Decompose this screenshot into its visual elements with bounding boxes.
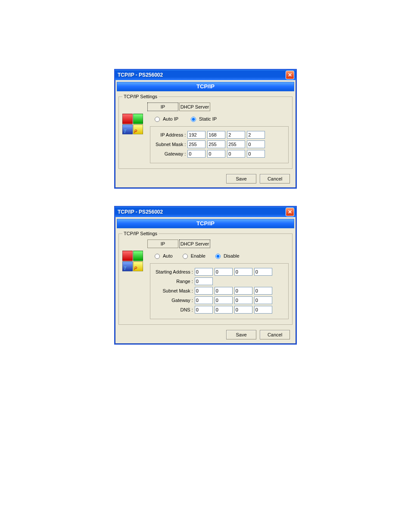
window-title: TCP/IP - PS256002 bbox=[118, 72, 163, 78]
ip-octet-4[interactable] bbox=[247, 131, 265, 139]
close-icon[interactable]: ✕ bbox=[286, 71, 294, 79]
radio-static-ip-input[interactable] bbox=[191, 117, 196, 122]
app-logo-icon: TP bbox=[122, 251, 143, 271]
tcpip-dialog-ip: TCP/IP - PS256002 ✕ TCP/IP TCP/IP Settin… bbox=[114, 69, 297, 189]
range-input[interactable] bbox=[195, 277, 213, 285]
app-logo-icon: TP bbox=[122, 114, 143, 134]
subnet2-octet-4[interactable] bbox=[254, 287, 272, 295]
tab-dhcp-server[interactable]: DHCP Server bbox=[179, 240, 210, 248]
gateway2-octet-1[interactable] bbox=[195, 296, 213, 304]
label-gateway: Gateway : bbox=[155, 296, 194, 305]
cancel-button[interactable]: Cancel bbox=[260, 174, 290, 184]
dns-octet-3[interactable] bbox=[234, 306, 252, 314]
starting-octet-1[interactable] bbox=[195, 268, 213, 276]
gateway-octet-3[interactable] bbox=[227, 150, 245, 158]
gateway2-octet-4[interactable] bbox=[254, 296, 272, 304]
group-legend: TCP/IP Settings bbox=[122, 94, 159, 99]
subnet-octet-1[interactable] bbox=[187, 140, 206, 148]
gateway-octet-2[interactable] bbox=[207, 150, 225, 158]
cancel-button[interactable]: Cancel bbox=[260, 330, 290, 339]
gateway-octet-1[interactable] bbox=[187, 150, 206, 158]
radio-disable-input[interactable] bbox=[215, 254, 221, 259]
subnet2-octet-2[interactable] bbox=[215, 287, 233, 295]
dns-octet-4[interactable] bbox=[254, 306, 272, 314]
radio-auto-ip[interactable]: Auto IP bbox=[153, 115, 178, 122]
starting-octet-3[interactable] bbox=[234, 268, 252, 276]
label-dns: DNS : bbox=[155, 305, 194, 314]
radio-enable[interactable]: Enable bbox=[181, 252, 206, 259]
label-gateway: Gateway : bbox=[155, 149, 187, 159]
label-subnet: Subnet Mask : bbox=[155, 140, 187, 149]
subnet2-octet-3[interactable] bbox=[234, 287, 252, 295]
radio-auto[interactable]: Auto bbox=[153, 252, 173, 259]
tab-ip[interactable]: IP bbox=[147, 240, 178, 248]
dns-octet-2[interactable] bbox=[215, 306, 233, 314]
label-subnet: Subnet Mask : bbox=[155, 286, 194, 296]
save-button[interactable]: Save bbox=[226, 174, 256, 184]
label-range: Range : bbox=[155, 277, 194, 286]
gateway2-octet-2[interactable] bbox=[215, 296, 233, 304]
dhcp-fields-group: Starting Address : Range : bbox=[150, 263, 289, 319]
subnet-octet-4[interactable] bbox=[247, 140, 265, 148]
label-starting: Starting Address : bbox=[155, 267, 194, 277]
ip-octet-1[interactable] bbox=[187, 131, 206, 139]
ip-octet-3[interactable] bbox=[227, 131, 245, 139]
group-legend: TCP/IP Settings bbox=[122, 231, 159, 236]
save-button[interactable]: Save bbox=[226, 330, 256, 339]
tab-ip[interactable]: IP bbox=[147, 103, 178, 111]
radio-auto-ip-input[interactable] bbox=[155, 117, 160, 122]
titlebar[interactable]: TCP/IP - PS256002 ✕ bbox=[115, 70, 296, 80]
tab-dhcp-server[interactable]: DHCP Server bbox=[179, 103, 210, 111]
radio-enable-input[interactable] bbox=[183, 254, 188, 259]
starting-octet-4[interactable] bbox=[254, 268, 272, 276]
dns-octet-1[interactable] bbox=[195, 306, 213, 314]
starting-octet-2[interactable] bbox=[215, 268, 233, 276]
settings-group: TCP/IP Settings TP IP DHCP Server bbox=[118, 231, 293, 325]
tcpip-dialog-dhcp: TCP/IP - PS256002 ✕ TCP/IP TCP/IP Settin… bbox=[114, 206, 297, 345]
radio-static-ip[interactable]: Static IP bbox=[189, 115, 217, 122]
subnet2-octet-1[interactable] bbox=[195, 287, 213, 295]
banner-title: TCP/IP bbox=[117, 219, 294, 228]
titlebar[interactable]: TCP/IP - PS256002 ✕ bbox=[115, 207, 296, 217]
radio-auto-input[interactable] bbox=[155, 254, 160, 259]
gateway-octet-4[interactable] bbox=[247, 150, 265, 158]
ip-octet-2[interactable] bbox=[207, 131, 225, 139]
radio-disable[interactable]: Disable bbox=[213, 252, 240, 259]
label-ip-address: IP Address : bbox=[155, 130, 187, 140]
window-title: TCP/IP - PS256002 bbox=[118, 209, 163, 215]
subnet-octet-3[interactable] bbox=[227, 140, 245, 148]
settings-group: TCP/IP Settings TP IP DHCP Server bbox=[118, 94, 293, 169]
subnet-octet-2[interactable] bbox=[207, 140, 225, 148]
close-icon[interactable]: ✕ bbox=[286, 208, 294, 216]
banner-title: TCP/IP bbox=[117, 82, 294, 91]
ip-fields-group: IP Address : Subnet Mask : bbox=[150, 126, 289, 163]
gateway2-octet-3[interactable] bbox=[234, 296, 252, 304]
